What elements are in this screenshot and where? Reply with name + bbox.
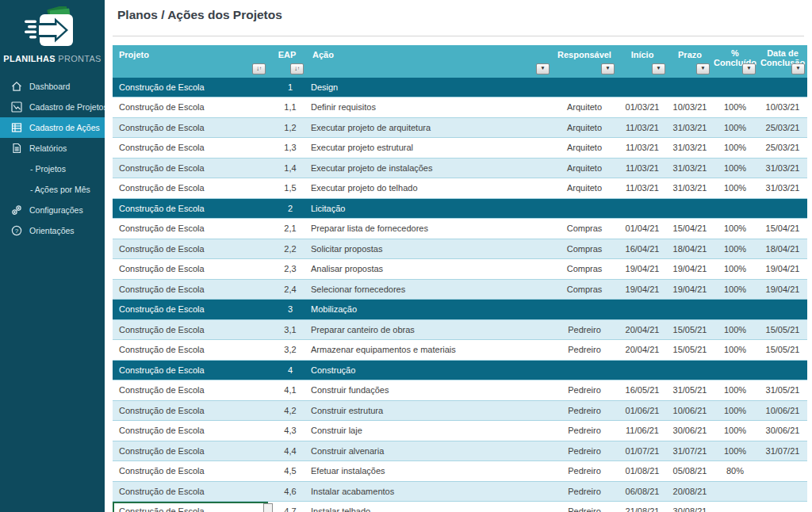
cell-data-conclusao[interactable]: 10/06/21 [758,401,807,421]
cell-pct-concluido[interactable] [712,199,758,219]
cell-projeto[interactable]: Construção de Escola [113,502,268,512]
cell-pct-concluido[interactable]: 100% [712,239,758,259]
selection-options-box[interactable] [263,503,273,512]
cell-projeto[interactable]: Construção de Escola [113,280,268,300]
cell-pct-concluido[interactable] [712,78,758,97]
cell-responsavel[interactable]: Pedreiro [552,380,617,400]
cell-data-conclusao[interactable] [758,300,807,319]
cell-responsavel[interactable] [552,300,617,319]
cell-prazo[interactable]: 19/04/21 [668,280,712,300]
cell-inicio[interactable]: 20/04/21 [617,320,668,340]
cell-acao[interactable]: Preparar canteiro de obras [306,320,552,340]
cell-inicio[interactable]: 19/04/21 [617,259,668,279]
cell-responsavel[interactable]: Arquiteto [552,178,617,198]
cell-projeto[interactable]: Construção de Escola [113,97,268,117]
sidebar-item-relatorios[interactable]: Relatórios [0,138,105,159]
cell-acao[interactable]: Mobilização [306,300,552,319]
sidebar-item-orientacoes[interactable]: ?Orientações [0,220,105,241]
cell-prazo[interactable] [668,78,712,97]
cell-projeto[interactable]: Construção de Escola [113,421,268,441]
cell-acao[interactable]: Construir estrutura [306,401,552,421]
cell-pct-concluido[interactable]: 100% [712,380,758,400]
cell-prazo[interactable]: 31/03/21 [668,178,712,198]
cell-eap[interactable]: 1,4 [268,159,306,178]
sidebar-item-relatorio-projetos[interactable]: - Projetos [0,159,105,179]
cell-data-conclusao[interactable]: 15/05/21 [758,320,807,340]
cell-responsavel[interactable]: Arquiteto [552,138,617,158]
cell-prazo[interactable]: 31/05/21 [668,380,712,400]
cell-projeto[interactable]: Construção de Escola [113,138,268,158]
cell-responsavel[interactable] [552,78,617,97]
cell-inicio[interactable]: 11/03/21 [617,138,668,158]
cell-prazo[interactable]: 15/04/21 [668,219,712,239]
cell-acao[interactable]: Armazenar equipamentos e materiais [306,340,552,360]
sidebar-item-dashboard[interactable]: Dashboard [0,76,105,97]
cell-pct-concluido[interactable]: 100% [712,118,758,138]
cell-inicio[interactable]: 11/03/21 [617,159,668,178]
cell-inicio[interactable]: 11/03/21 [617,118,668,138]
cell-data-conclusao[interactable]: 31/05/21 [758,380,807,400]
cell-eap[interactable]: 3,1 [268,320,306,340]
cell-eap[interactable]: 2,2 [268,239,306,259]
cell-projeto[interactable]: Construção de Escola [113,159,268,178]
cell-projeto[interactable]: Construção de Escola [113,199,268,219]
sort-filter-button[interactable]: ↓↑ [252,63,266,75]
cell-data-conclusao[interactable]: 31/03/21 [758,178,807,198]
cell-inicio[interactable]: 01/07/21 [617,441,668,461]
cell-prazo[interactable]: 31/03/21 [668,138,712,158]
cell-acao[interactable]: Definir requisitos [306,97,552,117]
cell-prazo[interactable]: 15/05/21 [668,340,712,360]
cell-pct-concluido[interactable]: 100% [712,159,758,178]
cell-prazo[interactable] [668,199,712,219]
cell-eap[interactable]: 1,1 [268,97,306,117]
cell-eap[interactable]: 4 [268,361,306,380]
cell-inicio[interactable] [617,78,668,97]
cell-eap[interactable]: 4,7 [268,502,306,512]
cell-eap[interactable]: 2,3 [268,259,306,279]
cell-acao[interactable]: Construção [306,361,552,380]
cell-data-conclusao[interactable] [758,482,807,502]
cell-acao[interactable]: Solicitar propostas [306,239,552,259]
filter-dropdown-button[interactable]: ▼ [791,63,805,75]
filter-dropdown-button[interactable]: ▼ [652,63,665,75]
cell-pct-concluido[interactable] [712,300,758,319]
cell-inicio[interactable] [617,199,668,219]
cell-prazo[interactable]: 31/03/21 [668,159,712,178]
cell-inicio[interactable]: 20/04/21 [617,340,668,360]
cell-inicio[interactable]: 01/04/21 [617,219,668,239]
cell-projeto[interactable]: Construção de Escola [113,380,268,400]
cell-data-conclusao[interactable] [758,199,807,219]
cell-eap[interactable]: 3 [268,300,306,319]
cell-projeto[interactable]: Construção de Escola [113,461,268,481]
cell-eap[interactable]: 2,1 [268,219,306,239]
cell-prazo[interactable]: 30/08/21 [668,502,712,512]
cell-pct-concluido[interactable]: 100% [712,421,758,441]
cell-inicio[interactable] [617,300,668,319]
cell-eap[interactable]: 4,4 [268,441,306,461]
cell-data-conclusao[interactable]: 25/03/21 [758,118,807,138]
cell-pct-concluido[interactable]: 100% [712,259,758,279]
cell-responsavel[interactable]: Pedreiro [552,401,617,421]
cell-prazo[interactable]: 20/08/21 [668,482,712,502]
cell-projeto[interactable]: Construção de Escola [113,259,268,279]
cell-responsavel[interactable]: Compras [552,280,617,300]
cell-responsavel[interactable]: Pedreiro [552,461,617,481]
cell-eap[interactable]: 4,3 [268,421,306,441]
cell-eap[interactable]: 4,1 [268,380,306,400]
cell-acao[interactable]: Licitação [306,199,552,219]
cell-acao[interactable]: Construir alvenaria [306,441,552,461]
cell-pct-concluido[interactable] [712,361,758,380]
cell-responsavel[interactable]: Pedreiro [552,502,617,512]
sort-filter-button[interactable]: ↓↑ [290,63,304,75]
cell-inicio[interactable]: 11/03/21 [617,178,668,198]
cell-projeto[interactable]: Construção de Escola [113,239,268,259]
cell-inicio[interactable]: 11/06/21 [617,421,668,441]
sidebar-item-cadastro-de-projetos[interactable]: Cadastro de Projetos [0,97,105,117]
cell-acao[interactable]: Construir fundações [306,380,552,400]
cell-acao[interactable]: Efetuar instalações [306,461,552,481]
cell-responsavel[interactable] [552,361,617,380]
cell-responsavel[interactable]: Pedreiro [552,482,617,502]
cell-pct-concluido[interactable]: 100% [712,340,758,360]
cell-eap[interactable]: 2,4 [268,280,306,300]
cell-eap[interactable]: 1,3 [268,138,306,158]
